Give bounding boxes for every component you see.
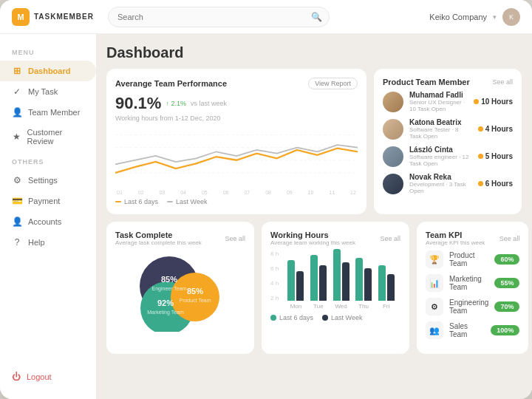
svg-text:Engineer Team: Engineer Team xyxy=(152,286,187,292)
team-kpi-see-all[interactable]: See all xyxy=(499,235,520,242)
sidebar-item-team-member[interactable]: 👤 Team Member xyxy=(0,102,96,123)
logo: M TASKMEMBER xyxy=(12,8,100,26)
svg-text:Marketing Team: Marketing Team xyxy=(147,310,184,316)
hours-dot-0 xyxy=(474,99,479,104)
sidebar-item-dashboard[interactable]: ⊞ Dashboard xyxy=(0,61,96,81)
kpi-icon-3: 👥 xyxy=(426,321,443,339)
sidebar-item-my-task[interactable]: ✓ My Task xyxy=(0,81,96,102)
performance-title: Averange Team Performance xyxy=(115,79,227,88)
sidebar-item-accounts[interactable]: 👤 Accounts xyxy=(0,211,96,232)
bars-area: Mon Tue xyxy=(282,250,400,310)
bar-group-tue: Tue xyxy=(310,255,327,310)
member-hours-0: 10 Hours xyxy=(474,98,513,106)
wh-legend-last6: Last 6 days xyxy=(270,314,313,321)
wh-legend-lastweek: Last Week xyxy=(322,314,362,321)
svg-text:85%: 85% xyxy=(161,275,177,284)
donut-chart: 85% Engineer Team 92% Marketing Team 85%… xyxy=(121,250,239,332)
member-role-2: Software engineer · 12 Task Open xyxy=(409,154,472,167)
app-container: M TASKMEMBER 🔍 Keiko Company ▾ K MENU ⊞ … xyxy=(0,0,532,399)
kpi-name-3: Sales Team xyxy=(449,322,485,338)
working-hours-title: Working Hours xyxy=(270,231,355,239)
working-hours-card: Working Hours Average team working this … xyxy=(262,222,409,354)
member-avatar-0 xyxy=(383,92,403,112)
team-kpi-title: Team KPI xyxy=(426,231,485,239)
bar-fri-last6 xyxy=(378,265,386,301)
bar-label-wed: Wed xyxy=(333,303,349,310)
kpi-badge-2: 70% xyxy=(494,301,519,312)
working-hours-see-all[interactable]: See all xyxy=(380,235,400,242)
chart-legend: Last 6 days Last Week xyxy=(115,198,358,205)
sidebar-label-help: Help xyxy=(28,238,45,247)
bar-wed-lastweek xyxy=(342,262,349,301)
logout-label: Logout xyxy=(27,372,52,381)
bar-fri-lastweek xyxy=(387,274,395,301)
logo-text: TASKMEMBER xyxy=(34,13,94,21)
working-hours-subtitle: Average team working this week xyxy=(270,239,355,246)
page-title: Dashboard xyxy=(106,44,522,61)
task-complete-see-all[interactable]: See all xyxy=(225,235,245,242)
team-icon: 👤 xyxy=(12,107,22,117)
payment-icon: 💳 xyxy=(12,196,22,206)
member-avatar-2 xyxy=(383,146,403,167)
member-item-2: László Cinta Software engineer · 12 Task… xyxy=(383,146,513,167)
user-avatar: K xyxy=(502,8,520,26)
logo-icon: M xyxy=(12,8,30,26)
sidebar-label-dashboard: Dashboard xyxy=(28,66,70,75)
bar-tue-last6 xyxy=(310,255,318,301)
legend-last6: Last 6 days xyxy=(115,198,158,205)
sidebar-item-settings[interactable]: ⚙ Settings xyxy=(0,170,96,191)
x-axis-labels: 01 02 03 04 05 06 07 08 09 10 11 12 xyxy=(115,190,358,195)
header-right: Keiko Company ▾ K xyxy=(429,8,520,26)
perf-change: ↑ 2.1% xyxy=(166,100,186,107)
perf-label: vs last week xyxy=(191,100,227,107)
working-label: Working hours from 1-12 Dec, 2020 xyxy=(115,115,358,122)
member-info-2: László Cinta Software engineer · 12 Task… xyxy=(409,146,472,167)
member-info-3: Novak Reka Development · 3 Task Open xyxy=(409,173,472,194)
team-kpi-header: Team KPI Average KPI this week See all xyxy=(426,231,519,246)
sidebar: MENU ⊞ Dashboard ✓ My Task 👤 Team Member… xyxy=(0,34,96,399)
view-report-button[interactable]: View Report xyxy=(308,78,358,89)
y-axis: 8 h 6 h 4 h 2 h xyxy=(270,250,280,310)
kpi-item-2: ⚙ Engineering Team 70% xyxy=(426,298,519,316)
sidebar-item-help[interactable]: ? Help xyxy=(0,232,96,253)
team-member-see-all[interactable]: See all xyxy=(492,78,513,86)
team-member-title: Product Team Member xyxy=(383,78,470,86)
hours-dot-1 xyxy=(478,126,483,132)
kpi-name-0: Product Team xyxy=(449,251,488,267)
header: M TASKMEMBER 🔍 Keiko Company ▾ K xyxy=(0,0,532,34)
bar-mon-lastweek xyxy=(296,271,304,301)
logout-button[interactable]: ⏻ Logout xyxy=(0,366,96,387)
dropdown-icon[interactable]: ▾ xyxy=(493,13,497,21)
sidebar-item-customer-review[interactable]: ★ Customer Review xyxy=(0,123,96,151)
search-input[interactable] xyxy=(108,7,330,27)
hours-dot-2 xyxy=(478,154,483,159)
bar-groups: Mon Tue xyxy=(282,250,400,310)
task-complete-subtitle: Average task complete this week xyxy=(115,239,202,246)
dashboard-icon: ⊞ xyxy=(12,66,22,76)
sidebar-label-payment: Payment xyxy=(28,197,60,205)
bar-wed-last6 xyxy=(333,249,341,301)
sidebar-item-payment[interactable]: 💳 Payment xyxy=(0,191,96,211)
team-kpi-card: Team KPI Average KPI this week See all 🏆… xyxy=(417,222,528,354)
legend-lastweek: Last Week xyxy=(167,198,207,205)
top-row: Averange Team Performance View Report 90… xyxy=(106,69,522,214)
review-icon: ★ xyxy=(12,132,21,142)
kpi-item-1: 📊 Marketing Team 55% xyxy=(426,274,519,292)
bar-label-fri: Fri xyxy=(378,303,395,310)
perf-meta: 90.1% ↑ 2.1% vs last week xyxy=(115,94,358,113)
member-name-2: László Cinta xyxy=(409,146,472,154)
member-name-0: Muhamad Fadli xyxy=(409,91,468,99)
performance-card-header: Averange Team Performance View Report xyxy=(115,78,358,89)
product-team-member-card: Product Team Member See all Muhamad Fadl… xyxy=(374,69,522,214)
sidebar-label-team-member: Team Member xyxy=(28,108,80,117)
settings-icon: ⚙ xyxy=(12,175,22,185)
search-icon: 🔍 xyxy=(311,12,322,22)
kpi-icon-0: 🏆 xyxy=(426,250,443,268)
kpi-name-1: Marketing Team xyxy=(449,275,488,291)
team-member-header: Product Team Member See all xyxy=(383,78,513,86)
kpi-name-2: Engineering Team xyxy=(449,299,488,315)
svg-text:85%: 85% xyxy=(187,287,203,296)
member-info-0: Muhamad Fadli Senior UX Designer · 10 Ta… xyxy=(409,91,468,112)
member-role-1: Software Tester · 8 Task Open xyxy=(409,126,472,140)
team-kpi-subtitle: Average KPI this week xyxy=(426,239,485,246)
